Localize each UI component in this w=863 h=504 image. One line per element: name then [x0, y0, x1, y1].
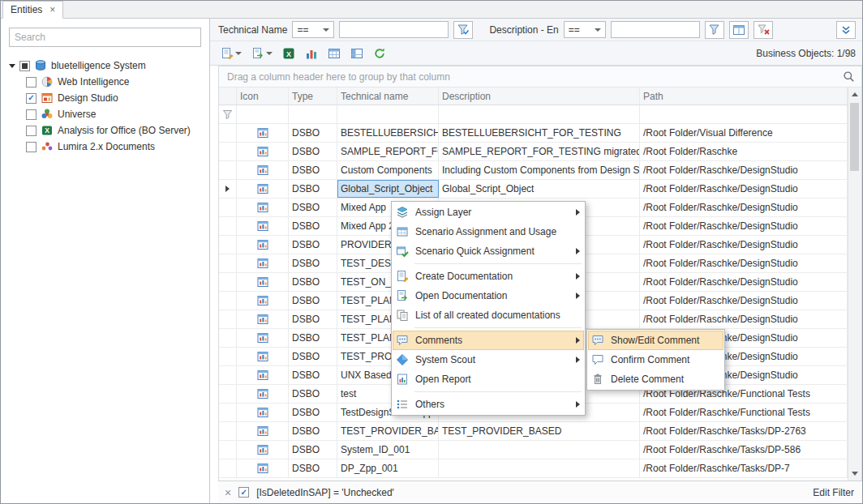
cell-path[interactable]: /Root Folder/Raschke/DesignStudio — [640, 310, 848, 328]
cell-path[interactable]: /Root Folder/Raschke/DesignStudio — [640, 254, 848, 272]
tree-root-bluetelligence-system[interactable]: bluetelligence System — [9, 58, 201, 74]
cell-description[interactable]: SAMPLE_REPORT_FOR_TESTING migrated to sa… — [439, 143, 640, 160]
cell-description[interactable]: TEST_PROVIDER_BASED — [439, 422, 640, 440]
technical-name-filter-input[interactable] — [339, 21, 449, 38]
vertical-scrollbar[interactable] — [848, 88, 861, 481]
table-row[interactable]: DSBOSAMPLE_REPORT_FO...SAMPLE_REPORT_FOR… — [219, 143, 848, 161]
menu-item-open-documentation[interactable]: Open Documentation — [393, 286, 584, 305]
cell-path[interactable]: /Root Folder/Raschke/DesignStudio — [640, 180, 848, 198]
column-header-description[interactable]: Description — [439, 88, 640, 105]
group-by-bar[interactable]: Drag a column header here to group by th… — [219, 66, 861, 88]
menu-item-comments[interactable]: Comments — [393, 331, 584, 350]
cell-path[interactable]: /Root Folder/Visual Difference — [640, 124, 848, 142]
expander-icon[interactable] — [9, 64, 15, 68]
tab-entities[interactable]: Entities × — [2, 1, 63, 19]
open-documentation-button[interactable] — [250, 45, 274, 62]
scroll-down-icon[interactable] — [848, 467, 861, 481]
cell-path[interactable]: /Root Folder/Raschke/Tasks/DP-586 — [640, 441, 848, 459]
cell-path[interactable]: /Root Folder/Raschke/DesignStudio — [640, 236, 848, 254]
filter-cell[interactable] — [237, 105, 289, 123]
table-row[interactable]: DSBODP_Zpp_001/Root Folder/Raschke/Tasks… — [219, 459, 848, 478]
cell-path[interactable]: /Root Folder/Raschke/Tasks/DP-7 — [640, 459, 848, 477]
cell-type[interactable]: DSBO — [289, 310, 337, 328]
technical-name-operator-select[interactable]: == — [292, 21, 334, 38]
submenu-item-confirm-comment[interactable]: Confirm Comment — [588, 350, 723, 369]
cell-path[interactable]: /Root Folder/Raschke/DesignStudio — [640, 161, 848, 179]
cell-type[interactable]: DSBO — [289, 273, 337, 291]
cell-type[interactable]: DSBO — [289, 348, 337, 365]
checkbox-indeterminate[interactable] — [19, 61, 30, 71]
clear-filter-button[interactable] — [754, 21, 773, 39]
checkbox-unchecked[interactable] — [26, 126, 36, 136]
column-header-path[interactable]: Path — [640, 88, 848, 105]
cell-path[interactable]: /Root Folder/Raschke/DesignStudio — [640, 199, 848, 216]
grid-view-2-button[interactable] — [349, 45, 365, 62]
cell-path[interactable]: /Root Folder/Raschke — [640, 143, 848, 160]
filter-cell[interactable] — [439, 105, 640, 123]
checkbox-checked[interactable]: ✓ — [26, 93, 36, 104]
column-header-technical-name[interactable]: Technical name — [337, 88, 439, 105]
statistics-button[interactable] — [303, 45, 320, 62]
description-operator-select[interactable]: == — [564, 21, 606, 38]
cell-type[interactable]: DSBO — [289, 404, 337, 421]
filter-enabled-checkbox[interactable]: ✓ — [238, 487, 249, 498]
tree-item-web-intelligence[interactable]: Web Intelligence — [9, 74, 201, 90]
cell-path[interactable]: /Root Folder/Raschke/DesignStudio — [640, 273, 848, 291]
table-row[interactable]: DSBOBESTELLUEBERSICHT...BESTELLUEBERSICH… — [219, 124, 848, 143]
cell-technical-name[interactable]: TEST_PROVIDER_BA... — [337, 422, 439, 440]
checkbox-unchecked[interactable] — [26, 142, 36, 152]
cell-technical-name[interactable]: DP_Zpp_001 — [337, 459, 439, 477]
cell-type[interactable]: DSBO — [289, 329, 337, 347]
cell-type[interactable]: DSBO — [289, 236, 337, 254]
cell-description[interactable]: BESTELLUEBERSICHT_FOR_TESTING — [439, 124, 640, 142]
refresh-button[interactable] — [371, 45, 388, 62]
scroll-up-icon[interactable] — [848, 88, 861, 101]
tree-item-lumira-documents[interactable]: Lumira 2.x Documents — [9, 139, 201, 155]
tree-item-analysis-for-office[interactable]: X Analysis for Office (BO Server) — [9, 122, 201, 139]
cell-type[interactable]: DSBO — [289, 124, 337, 142]
menu-item-scenario-quick-assignment[interactable]: Scenario Quick Assignment — [393, 241, 584, 261]
cell-type[interactable]: DSBO — [289, 422, 337, 440]
description-filter-input[interactable] — [611, 21, 700, 38]
column-header-type[interactable]: Type — [289, 88, 337, 105]
menu-item-open-report[interactable]: Open Report — [393, 369, 584, 389]
cell-type[interactable]: DSBO — [289, 459, 337, 477]
cell-path[interactable]: /Root Folder/Raschke/Tasks/DP-2763 — [640, 422, 848, 440]
menu-item-system-scout[interactable]: System Scout — [393, 350, 584, 369]
cell-type[interactable]: DSBO — [289, 199, 337, 216]
apply-description-filter-button[interactable] — [705, 21, 724, 39]
cell-description[interactable] — [439, 459, 640, 477]
checkbox-unchecked[interactable] — [26, 109, 36, 120]
tree-item-design-studio[interactable]: ✓ Design Studio — [9, 90, 201, 106]
table-row[interactable]: DSBOSystem_ID_001/Root Folder/Raschke/Ta… — [219, 441, 848, 459]
remove-filter-button[interactable]: × — [225, 487, 231, 498]
submenu-item-show-edit-comment[interactable]: Show/Edit Comment — [588, 331, 723, 350]
apply-technical-name-filter-button[interactable] — [453, 21, 473, 39]
edit-filter-button[interactable]: Edit Filter — [813, 487, 854, 498]
cell-type[interactable]: DSBO — [289, 292, 337, 310]
cell-type[interactable]: DSBO — [289, 180, 337, 198]
filter-cell[interactable] — [640, 105, 848, 123]
cell-type[interactable]: DSBO — [289, 161, 337, 179]
cell-type[interactable]: DSBO — [289, 366, 337, 384]
cell-technical-name[interactable]: SAMPLE_REPORT_FO... — [337, 143, 439, 160]
cell-description[interactable] — [439, 441, 640, 459]
menu-item-create-documentation[interactable]: Create Documentation — [393, 267, 584, 286]
create-documentation-button[interactable] — [219, 45, 243, 62]
cell-type[interactable]: DSBO — [289, 385, 337, 403]
cell-description[interactable]: Global_Script_Object — [439, 180, 640, 198]
menu-item-others[interactable]: Others — [393, 395, 584, 414]
cell-technical-name[interactable]: Custom Components — [337, 161, 439, 179]
cell-type[interactable]: DSBO — [289, 254, 337, 272]
table-row[interactable]: DSBOCustom ComponentsIncluding Custom Co… — [219, 161, 848, 180]
cell-path[interactable]: /Root Folder/Raschke/DesignStudio — [640, 292, 848, 310]
cell-technical-name[interactable]: System_ID_001 — [337, 441, 439, 459]
toggle-filter-panel-button[interactable] — [836, 21, 856, 39]
search-icon[interactable] — [843, 70, 855, 83]
checkbox-unchecked[interactable] — [26, 77, 36, 88]
tree-item-universe[interactable]: Universe — [9, 106, 201, 122]
close-icon[interactable]: × — [49, 5, 55, 15]
column-header-icon[interactable]: Icon — [237, 88, 289, 105]
cell-type[interactable]: DSBO — [289, 217, 337, 235]
cell-description[interactable]: Including Custom Components from Design … — [439, 161, 640, 179]
